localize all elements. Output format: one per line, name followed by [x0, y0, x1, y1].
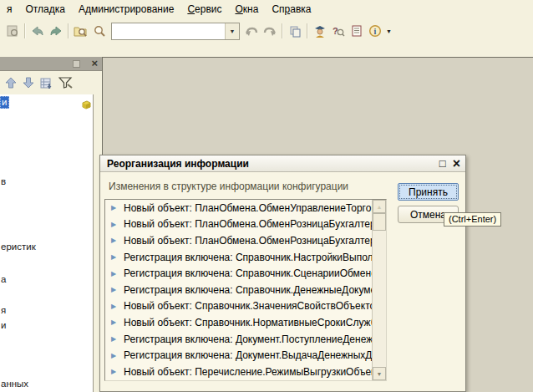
panel-toolbar: [0, 71, 102, 94]
user-monitor-icon[interactable]: [312, 23, 328, 39]
menu-item[interactable]: Администрирование: [72, 1, 180, 18]
changes-list: ▶Новый объект: ПланОбмена.ОбменУправлени…: [104, 199, 387, 381]
back-icon[interactable]: [29, 23, 46, 39]
tree-item-fragment[interactable]: а: [1, 274, 6, 284]
dialog-title: Реорганизация информации: [100, 158, 249, 170]
list-item-text: Регистрация включена: Справочник.Сценари…: [124, 267, 372, 279]
shortcut-tooltip: (Ctrl+Enter): [444, 212, 501, 227]
panel-close-icon[interactable]: ×: [91, 57, 98, 70]
copy-icon[interactable]: [287, 23, 303, 39]
find-in-files-icon[interactable]: [73, 23, 89, 39]
combobox-dropdown-icon[interactable]: ▼: [225, 23, 239, 39]
list-item[interactable]: ▶Регистрация включена: Справочник.Сценар…: [105, 265, 372, 282]
move-down-icon[interactable]: [23, 77, 34, 89]
menu-item[interactable]: Сервис: [180, 1, 228, 18]
expander-icon[interactable]: ▶: [111, 335, 124, 343]
list-item-text: Новый объект: Перечисление.РежимыВыгрузк…: [124, 366, 372, 378]
tree-item-fragment[interactable]: я: [1, 305, 6, 315]
menu-item[interactable]: Отладка: [19, 1, 72, 18]
expander-icon[interactable]: ▶: [111, 303, 124, 310]
reorganization-dialog: Реорганизация информации □ × Изменения в…: [99, 155, 466, 392]
expander-icon[interactable]: ▶: [111, 253, 124, 261]
list-item-text: Регистрация включена: Документ.Поступлен…: [124, 333, 372, 345]
toolbar-separator: [282, 23, 283, 38]
dialog-title-bar[interactable]: Реорганизация информации □ ×: [100, 155, 465, 172]
more-dropdown-icon[interactable]: ▼: [386, 28, 392, 34]
help-search-icon[interactable]: ?: [330, 23, 347, 39]
filter-icon[interactable]: [58, 77, 73, 89]
list-item[interactable]: ▶Регистрация включена: Справочник.Денежн…: [105, 282, 372, 298]
list-item[interactable]: ▶Регистрация включена: Документ.Поступле…: [105, 331, 372, 348]
toolbar-separator: [307, 23, 308, 38]
scroll-up-icon[interactable]: ▲: [373, 200, 386, 213]
svg-text:i: i: [373, 27, 376, 36]
sort-icon[interactable]: [40, 77, 53, 89]
list-item-text: Новый объект: Справочник.ЗначенияСвойств…: [124, 300, 372, 312]
object-cube-icon: [82, 100, 91, 109]
svg-text:?: ?: [332, 26, 338, 36]
tree-selected-item[interactable]: и: [0, 96, 9, 109]
list-item-text: Новый объект: ПланОбмена.ОбменРозницаБух…: [124, 218, 372, 230]
pin-icon[interactable]: [73, 60, 80, 68]
maximize-icon[interactable]: □: [439, 158, 446, 169]
list-item[interactable]: ▶Новый объект: ПланОбмена.ОбменУправлени…: [105, 200, 372, 216]
list-item-text: Регистрация включена: Справочник.Настрой…: [124, 252, 372, 263]
list-item[interactable]: ▶Новый объект: Перечисление.РежимыВыгруз…: [105, 364, 372, 380]
accept-button[interactable]: Принять: [398, 183, 459, 201]
expander-icon[interactable]: ▶: [111, 318, 124, 326]
expander-icon[interactable]: ▶: [111, 368, 124, 375]
tree-item-fragment[interactable]: еристик: [1, 242, 36, 252]
config-tree[interactable]: и в еристик а я и анных: [0, 94, 94, 392]
list-item[interactable]: ▶Регистрация включена: Документ.ВыдачаДе…: [105, 347, 372, 364]
syntax-back-icon[interactable]: [243, 23, 260, 39]
menu-item[interactable]: я: [0, 1, 19, 18]
scroll-down-icon[interactable]: ▼: [373, 367, 386, 380]
list-item[interactable]: ▶Новый объект: Справочник.НормативныеСро…: [105, 314, 372, 331]
expander-icon[interactable]: ▶: [111, 270, 124, 277]
search-icon[interactable]: [91, 23, 108, 39]
expander-icon[interactable]: ▶: [111, 204, 124, 211]
list-item-text: Регистрация включена: Справочник.Денежны…: [124, 284, 372, 296]
configurator-window: яОтладкаАдминистрированиеСервисОкнаСправ…: [0, 0, 533, 392]
list-scrollbar[interactable]: ▲ ▼: [372, 200, 386, 380]
menu-bar: яОтладкаАдминистрированиеСервисОкнаСправ…: [0, 0, 533, 18]
config-tree-panel: × и в еристик а я и анн: [0, 57, 102, 392]
list-item-text: Новый объект: ПланОбмена.ОбменРозницаБух…: [124, 235, 372, 247]
preview-icon[interactable]: [4, 23, 21, 39]
menu-item[interactable]: Справка: [265, 1, 317, 18]
list-item[interactable]: ▶Новый объект: Справочник.ЗначенияСвойст…: [105, 298, 372, 315]
expander-icon[interactable]: ▶: [111, 352, 124, 359]
scrollbar-thumb[interactable]: [373, 213, 386, 231]
search-combobox[interactable]: ▼: [111, 23, 240, 40]
move-up-icon[interactable]: [5, 77, 17, 89]
menu-item[interactable]: Окна: [228, 1, 265, 18]
list-item-text: Регистрация включена: Документ.ВыдачаДен…: [124, 349, 372, 361]
tree-item-fragment[interactable]: и: [1, 320, 6, 330]
panel-title-bar[interactable]: ×: [0, 57, 102, 71]
list-item[interactable]: ▶Регистрация включена: Справочник.Настро…: [105, 249, 372, 266]
list-item-text: Новый объект: ПланОбмена.ОбменУправление…: [124, 202, 372, 214]
syntax-forward-icon[interactable]: [261, 23, 278, 39]
close-icon[interactable]: ×: [453, 158, 460, 170]
search-input[interactable]: [112, 23, 225, 39]
tree-item-fragment[interactable]: анных: [1, 379, 28, 389]
expander-icon[interactable]: ▶: [111, 286, 124, 293]
forward-icon[interactable]: [48, 23, 64, 39]
change-list-rows: ▶Новый объект: ПланОбмена.ОбменУправлени…: [105, 200, 372, 380]
list-item[interactable]: ▶Новый объект: ПланОбмена.ОбменРозницаБу…: [105, 232, 372, 249]
template-doc-icon[interactable]: [348, 23, 365, 39]
toolbar-separator: [24, 23, 26, 38]
expander-icon[interactable]: ▶: [111, 237, 124, 244]
tree-item-fragment[interactable]: в: [1, 176, 6, 186]
toolbar-separator: [68, 23, 69, 38]
info-icon[interactable]: i: [367, 23, 383, 39]
main-toolbar: ▼ ? i ▼: [0, 18, 533, 43]
list-item-text: Новый объект: Справочник.НормативныеСрок…: [124, 317, 372, 328]
list-item[interactable]: ▶Новый объект: ПланОбмена.ОбменРозницаБу…: [105, 216, 372, 233]
dialog-subtitle: Изменения в структуре информации конфигу…: [109, 181, 348, 192]
expander-icon[interactable]: ▶: [111, 221, 124, 228]
